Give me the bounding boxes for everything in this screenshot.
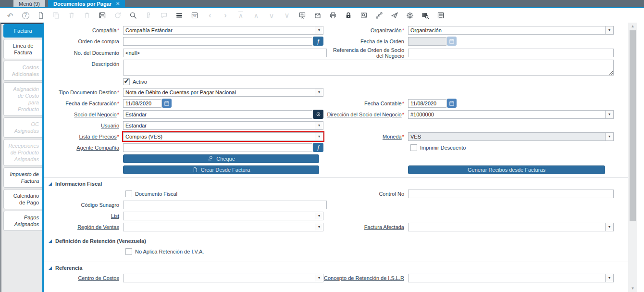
section-header-definicion-retencion[interactable]: Definición de Retención (Venezuela) [44,235,644,245]
agente-compania-field[interactable] [123,143,312,152]
lista-precios-select[interactable]: Compras (VES) ▾ [123,132,323,141]
moneda-label[interactable]: Moneda [323,134,408,140]
fecha-facturacion-field[interactable]: 11/08/2020 [123,99,161,108]
compania-select[interactable]: Compañía Estándar ▾ [123,26,323,35]
generar-recibos-button[interactable]: Generar Recibos desde Facturas [408,165,605,174]
section-header-informacion-fiscal[interactable]: Informacion Fiscal [44,178,644,188]
generar-recibos-label: Generar Recibos desde Facturas [468,167,545,173]
orden-compra-field[interactable] [123,37,312,46]
settings-icon[interactable] [406,11,414,20]
cheque-button[interactable]: Cheque [123,154,319,163]
region-ventas-select[interactable]: ▾ [123,223,323,231]
calendar-icon[interactable]: 31 [190,11,199,20]
control-no-field[interactable] [408,190,614,198]
collapse-triangle-icon[interactable] [49,182,52,186]
imprimir-descuento-checkbox[interactable]: Imprimir Descuento [410,144,466,151]
sidebar-item-calendario-de-pago[interactable]: Calendario de Pago [3,189,42,209]
factura-afectada-select[interactable]: ▾ [408,223,614,231]
list-select[interactable]: ▾ [123,212,323,220]
factura-afectada-label[interactable]: Factura Afectada [323,224,408,230]
chevron-down-icon[interactable]: ▾ [315,26,323,34]
socio-negocio-field[interactable]: Estándar [123,110,312,119]
region-ventas-label[interactable]: Región de Ventas [44,224,123,230]
lock-icon[interactable] [344,11,353,20]
agente-compania-label[interactable]: Agente Compañía [44,145,123,151]
fecha-contable-calendar-button[interactable] [447,99,457,108]
chevron-down-icon[interactable]: ▾ [315,212,323,220]
archive-icon[interactable] [313,11,322,20]
list-label[interactable]: List [44,213,123,219]
centro-costos-select[interactable]: ▾ [123,274,323,282]
socio-negocio-label[interactable]: Socio del Negocio [44,112,123,117]
print-preview-icon[interactable] [359,11,368,20]
usuario-select[interactable]: Estandar ▾ [123,121,323,130]
organizacion-select[interactable]: Organización ▾ [408,26,614,35]
chevron-down-icon[interactable]: ▾ [315,274,323,282]
descripcion-textarea[interactable] [123,60,614,76]
fecha-facturacion-calendar-button[interactable] [162,99,172,108]
summary-icon[interactable] [436,11,445,20]
fecha-contable-label: Fecha Contable [323,101,408,106]
vertical-scrollbar[interactable]: ▲ ▼ [628,23,637,292]
activo-checkbox[interactable]: Activo [123,78,147,85]
moneda-select[interactable]: VES ▾ [408,132,614,141]
checkbox-unchecked-icon [125,248,132,255]
no-documento-field[interactable]: <null> [123,49,327,57]
help-icon[interactable]: ? [21,11,30,20]
scroll-up-icon[interactable]: ▲ [628,24,637,28]
no-aplica-iva-checkbox[interactable]: No Aplica Retención de I.V.A. [125,248,204,255]
tab-menu[interactable]: Menú (9) [13,0,45,7]
scroll-down-icon[interactable]: ▼ [628,286,637,291]
section-header-referencia[interactable]: Referencia [44,262,644,272]
agente-compania-search-button[interactable]: ƒ [313,143,323,152]
codigo-sunagro-field[interactable] [123,201,327,209]
report-icon[interactable] [421,11,430,20]
fecha-contable-field[interactable]: 11/08/2020 [408,99,446,108]
documento-fiscal-checkbox[interactable]: Documento Fiscal [125,190,177,197]
grid-view-icon[interactable] [175,11,184,20]
search-icon[interactable] [129,11,137,20]
scrollbar-thumb[interactable] [630,30,636,221]
chevron-down-icon[interactable]: ▾ [605,111,613,118]
crear-desde-factura-button[interactable]: Crear Desde Factura [123,165,319,174]
tipo-documento-select[interactable]: Nota de Débito de Cuentas por Pagar Naci… [123,88,323,97]
sidebar-item-impuesto-de-factura[interactable]: Impuesto de Factura [3,167,42,188]
organizacion-label[interactable]: Organización [323,27,408,33]
usuario-label[interactable]: Usuario [44,123,123,128]
collapse-triangle-icon[interactable] [49,240,52,243]
orden-compra-search-button[interactable]: ƒ [313,37,323,46]
sidebar-item-linea-de-factura[interactable]: Línea de Factura [3,39,42,59]
sidebar-item-factura[interactable]: Factura [3,24,42,38]
tab-documentos-por-pagar[interactable]: Documentos por Pagar ✕ [48,0,125,7]
lista-precios-label[interactable]: Lista de Precios [44,134,123,140]
undo-icon[interactable]: ↶ [6,11,14,20]
workflow-icon[interactable] [375,11,384,20]
chevron-down-icon[interactable]: ▾ [605,26,613,34]
referencia-orden-field[interactable] [408,49,614,57]
nav-first-glyph: ∧ [238,12,244,19]
chevron-down-icon[interactable]: ▾ [605,274,613,282]
detail-panel-icon[interactable] [298,11,307,20]
chevron-down-icon[interactable]: ▾ [605,133,613,140]
print-icon[interactable] [329,11,337,20]
tipo-documento-label[interactable]: Tipo Documento Destino [44,89,123,95]
centro-costos-label[interactable]: Centro de Costos [44,275,123,281]
concepto-islr-label[interactable]: Concepto de Retención de I.S.L.R [323,275,408,281]
chevron-down-icon[interactable]: ▾ [315,223,323,231]
collapse-triangle-icon[interactable] [49,267,52,270]
orden-compra-label[interactable]: Orden de compra [44,38,123,44]
chevron-down-icon[interactable]: ▾ [315,133,323,140]
close-icon[interactable]: ✕ [116,1,120,7]
save-icon[interactable] [98,11,107,20]
chevron-down-icon[interactable]: ▾ [315,122,323,129]
chevron-down-icon[interactable]: ▾ [315,89,323,96]
sidebar-item-pagos-asignados[interactable]: Pagos Asignados [3,211,42,231]
concepto-islr-select[interactable]: ▾ [408,274,614,282]
direccion-socio-select[interactable]: #1000000 ▾ [408,110,614,119]
socio-negocio-info-button[interactable] [313,110,323,119]
new-record-icon[interactable] [37,11,45,20]
compania-label[interactable]: Compañía [44,27,123,33]
chevron-down-icon[interactable]: ▾ [605,223,613,231]
direccion-socio-label[interactable]: Dirección del Socio del Negocio [323,112,408,117]
send-icon[interactable] [390,11,399,20]
